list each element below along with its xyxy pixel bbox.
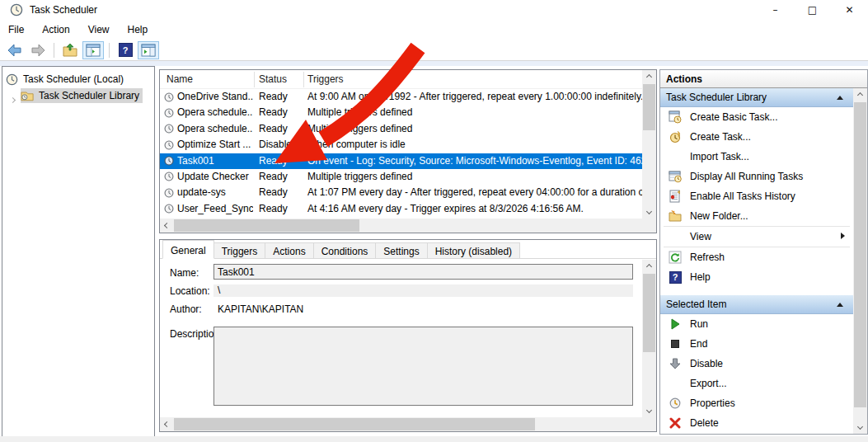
scroll-left-icon[interactable] [160, 417, 174, 431]
task-row-onedrive[interactable]: OneDrive Stand... Ready At 9:00 AM on 5/… [160, 89, 642, 105]
scroll-down-icon[interactable] [642, 403, 656, 417]
scrollbar-thumb[interactable] [643, 84, 655, 130]
tree-expander-icon[interactable] [11, 93, 15, 105]
forward-icon[interactable] [27, 41, 49, 59]
task-clock-icon [164, 204, 174, 214]
task-description-field[interactable] [213, 327, 633, 406]
tab-history[interactable]: History (disabled) [428, 242, 520, 259]
toolbar-separator [109, 43, 110, 58]
actions-pane: Actions Task Scheduler Library Create Ba… [659, 69, 868, 435]
tab-general[interactable]: General [162, 240, 214, 259]
scroll-up-icon[interactable] [853, 88, 867, 102]
task-row-optimize-start[interactable]: Optimize Start ... Disabled When compute… [160, 137, 642, 153]
tree-item-task-scheduler-library[interactable]: Task Scheduler Library [21, 88, 143, 103]
task-triggers: At 4:16 AM every day - Trigger expires a… [307, 201, 642, 217]
action-view[interactable]: View [660, 227, 853, 247]
details-horizontal-scrollbar[interactable] [160, 417, 656, 431]
task-status: Ready [259, 153, 307, 169]
task-row-update-sys[interactable]: update-sys Ready At 1:07 PM every day - … [160, 185, 642, 200]
action-label: Properties [690, 397, 735, 409]
scrollbar-corner [642, 219, 656, 233]
task-scheduler-window: Task Scheduler – □ ✕ File Action View He… [0, 0, 868, 442]
menu-view[interactable]: View [80, 21, 120, 39]
close-button[interactable]: ✕ [831, 0, 868, 20]
create-basic-task-icon [669, 110, 682, 124]
action-enable-all-tasks-history[interactable]: Enable All Tasks History [660, 186, 853, 206]
tab-actions[interactable]: Actions [265, 242, 313, 259]
tab-settings[interactable]: Settings [376, 242, 427, 259]
action-end[interactable]: End [660, 334, 853, 354]
details-vertical-scrollbar[interactable] [642, 260, 656, 417]
task-name-field[interactable] [213, 264, 633, 280]
task-name: User_Feed_Sync... [177, 201, 253, 217]
menu-action[interactable]: Action [34, 21, 79, 39]
task-row-user-feed-sync[interactable]: User_Feed_Sync... Ready At 4:16 AM every… [160, 201, 642, 217]
actions-vertical-scrollbar[interactable] [853, 88, 867, 434]
scrollbar-thumb[interactable] [643, 274, 655, 352]
scroll-down-icon[interactable] [642, 205, 656, 219]
action-refresh[interactable]: Refresh [660, 247, 853, 267]
tab-conditions[interactable]: Conditions [314, 242, 377, 259]
task-clock-icon [164, 92, 174, 102]
action-label: Create Basic Task... [690, 111, 778, 123]
action-create-basic-task[interactable]: Create Basic Task... [660, 107, 853, 127]
task-row-update-checker[interactable]: Update Checker Ready Multiple triggers d… [160, 169, 642, 185]
action-import-task[interactable]: Import Task... [660, 147, 853, 167]
action-properties[interactable]: Properties [660, 393, 853, 413]
action-label: Import Task... [690, 151, 749, 162]
scrollbar-corner [642, 417, 656, 431]
action-label: Enable All Tasks History [690, 190, 795, 202]
show-console-tree-icon[interactable] [82, 41, 104, 59]
collapse-icon[interactable] [837, 303, 843, 307]
task-list-horizontal-scrollbar[interactable] [160, 219, 656, 233]
task-row-task001-selected[interactable]: Task001 Ready On event - Log: Security, … [160, 153, 642, 169]
scrollbar-thumb[interactable] [854, 102, 866, 407]
task-list-vertical-scrollbar[interactable] [642, 70, 656, 219]
maximize-button[interactable]: □ [794, 0, 831, 20]
task-row-opera-1[interactable]: Opera schedule... Ready Multiple trigger… [160, 105, 642, 120]
column-header-name[interactable]: Name [167, 73, 193, 85]
scroll-left-icon[interactable] [160, 219, 174, 233]
collapse-icon[interactable] [837, 96, 843, 100]
minimize-button[interactable]: – [757, 0, 794, 20]
section-header-task-scheduler-library[interactable]: Task Scheduler Library [660, 88, 853, 107]
action-create-task[interactable]: Create Task... [660, 127, 853, 147]
tree-item-task-scheduler-local[interactable]: Task Scheduler (Local) [6, 72, 124, 87]
action-help[interactable]: ? Help [660, 267, 853, 287]
scroll-up-icon[interactable] [642, 260, 656, 274]
action-disable[interactable]: Disable [660, 354, 853, 374]
action-label: Disable [690, 358, 723, 369]
task-row-opera-2[interactable]: Opera schedule... Ready Multiple trigger… [160, 121, 642, 137]
menu-bar: File Action View Help [0, 20, 868, 40]
section-header-selected-item[interactable]: Selected Item [660, 295, 853, 314]
task-clock-icon [164, 124, 174, 134]
no-icon [669, 150, 682, 163]
help-icon[interactable]: ? [115, 41, 136, 59]
action-display-all-running-tasks[interactable]: Display All Running Tasks [660, 167, 853, 186]
action-run[interactable]: Run [660, 314, 853, 334]
menu-help[interactable]: Help [120, 21, 158, 39]
scrollbar-thumb[interactable] [174, 219, 359, 232]
action-export[interactable]: Export... [660, 374, 853, 393]
action-delete[interactable]: Delete [660, 413, 853, 433]
column-divider[interactable] [303, 72, 304, 87]
task-list-pane: Name Status Triggers OneDrive Stand... R… [159, 69, 657, 233]
show-action-pane-icon[interactable] [138, 41, 159, 59]
tree-child-label: Task Scheduler Library [39, 90, 139, 101]
tab-triggers[interactable]: Triggers [214, 242, 266, 259]
column-header-triggers[interactable]: Triggers [307, 73, 344, 85]
menu-file[interactable]: File [0, 21, 34, 39]
column-divider[interactable] [254, 72, 255, 87]
section-header-label: Selected Item [666, 299, 726, 310]
toolbar-separator [54, 43, 54, 58]
scrollbar-thumb[interactable] [174, 418, 535, 430]
action-label: View [690, 231, 711, 242]
task-name: Opera schedule... [177, 105, 253, 120]
scroll-up-icon[interactable] [642, 70, 656, 84]
task-triggers: Multiple triggers defined [307, 121, 642, 137]
action-new-folder[interactable]: New Folder... [660, 206, 853, 226]
back-icon[interactable] [4, 41, 26, 59]
column-header-status[interactable]: Status [259, 73, 287, 85]
export-list-icon[interactable] [59, 41, 81, 59]
scroll-down-icon[interactable] [853, 420, 867, 434]
